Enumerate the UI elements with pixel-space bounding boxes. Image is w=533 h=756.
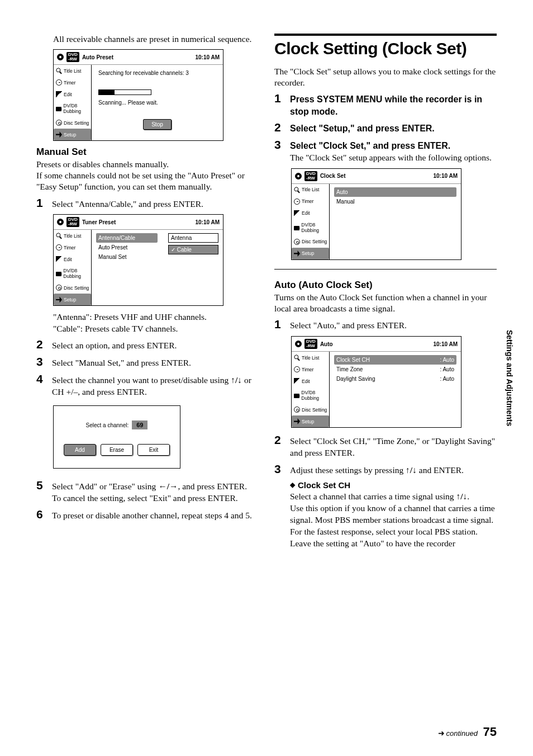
sidebar-item-label: Edit bbox=[302, 210, 310, 216]
clock-set-ch-heading: Clock Set CH bbox=[290, 480, 497, 491]
menu-row: Time Zone: Auto bbox=[334, 365, 456, 374]
disc-icon bbox=[295, 173, 302, 179]
ui-sidebar: Title List Timer Edit DV/D8 Dubbing Disc… bbox=[54, 230, 92, 305]
magnify-icon bbox=[56, 233, 62, 239]
up-down-icon: ↑/↓ bbox=[231, 375, 242, 385]
exit-button: Exit bbox=[137, 444, 170, 456]
page-title: Clock Setting (Clock Set) bbox=[274, 34, 497, 58]
sidebar-item-label: Setup bbox=[302, 251, 314, 256]
select-channel-dialog: Select a channel:69 Add Erase Exit bbox=[53, 405, 180, 469]
magnify-icon bbox=[294, 355, 300, 361]
sidebar-item-label: Setup bbox=[64, 297, 76, 303]
clock-set-intro: The "Clock Set" setup allows you to make… bbox=[274, 66, 497, 88]
pencil-icon bbox=[294, 378, 300, 384]
auto-screenshot: DVD-RWAuto 10:10 AM Title List Timer Edi… bbox=[291, 336, 461, 428]
step-text: Select "Clock Set," and press ENTER. The… bbox=[290, 140, 497, 164]
step-number: 3 bbox=[36, 355, 46, 368]
ui-clock: 10:10 AM bbox=[195, 219, 220, 225]
step-number: 4 bbox=[36, 372, 46, 386]
searching-text: Searching for receivable channels: 3 bbox=[96, 68, 218, 78]
menu-row: Clock Set CH: Auto bbox=[334, 355, 456, 365]
step-text: Select "Auto," and press ENTER. bbox=[290, 320, 497, 332]
menu-row: Antenna/Cable bbox=[96, 233, 158, 243]
clock-icon bbox=[294, 366, 300, 372]
step-number: 3 bbox=[274, 462, 284, 476]
magnify-icon bbox=[56, 68, 62, 74]
auto-preset-screenshot: DVD-RWAuto Preset 10:10 AM Title List Ti… bbox=[53, 49, 223, 141]
step-text: Select "Antenna/Cable," and press ENTER. bbox=[52, 199, 259, 210]
disc-setting-icon bbox=[294, 239, 300, 245]
arrow-right-icon bbox=[438, 729, 446, 738]
step-number: 1 bbox=[36, 196, 46, 210]
up-down-icon: ↑/↓ bbox=[456, 492, 467, 501]
divider bbox=[274, 269, 497, 270]
camera-icon bbox=[294, 394, 299, 398]
ui-clock: 10:10 AM bbox=[195, 54, 220, 60]
camera-icon bbox=[56, 272, 61, 276]
menu-row: Auto bbox=[334, 187, 456, 197]
step-text: To preset or disable another channel, re… bbox=[52, 510, 259, 522]
step-number: 1 bbox=[274, 318, 284, 331]
pencil-icon bbox=[294, 210, 300, 216]
step-text: Select "Setup," and press ENTER. bbox=[290, 122, 497, 135]
sidebar-item-label: Timer bbox=[64, 245, 75, 251]
disc-setting-icon bbox=[56, 285, 62, 291]
sidebar-item-label: DV/D8 Dubbing bbox=[63, 103, 89, 114]
disc-icon bbox=[57, 54, 64, 60]
channel-number: 69 bbox=[132, 420, 147, 429]
erase-button: Erase bbox=[101, 444, 133, 456]
step-number: 3 bbox=[274, 138, 284, 152]
camera-icon bbox=[294, 226, 299, 230]
sidebar-item-label: DV/D8 Dubbing bbox=[301, 222, 327, 233]
toolbox-icon bbox=[56, 131, 62, 138]
step-number: 2 bbox=[274, 121, 284, 134]
sidebar-item-label: Timer bbox=[302, 199, 313, 204]
up-down-icon: ↑/↓ bbox=[406, 465, 417, 475]
sidebar-item-label: DV/D8 Dubbing bbox=[301, 390, 327, 401]
ui-title: Auto bbox=[320, 341, 333, 347]
tuner-preset-screenshot: DVD-RWTuner Preset 10:10 AM Title List T… bbox=[53, 214, 223, 306]
toolbox-icon bbox=[56, 296, 62, 303]
magnify-icon bbox=[294, 187, 300, 193]
intro-text: All receivable channels are preset in nu… bbox=[53, 34, 259, 45]
step-number: 1 bbox=[274, 92, 284, 105]
disc-icon bbox=[295, 341, 302, 347]
dvd-rw-badge: DVD-RW bbox=[66, 217, 79, 227]
dvd-rw-badge: DVD-RW bbox=[66, 52, 79, 62]
sidebar-item-label: Title List bbox=[64, 233, 81, 239]
sidebar-item-label: Disc Setting bbox=[302, 407, 327, 413]
auto-clock-heading: Auto (Auto Clock Set) bbox=[274, 280, 497, 291]
menu-row: Manual bbox=[334, 197, 456, 206]
step-text: Select "Clock Set CH," "Time Zone," or "… bbox=[290, 436, 497, 459]
step-text: Select the channel you want to preset/di… bbox=[52, 375, 259, 398]
ui-title: Tuner Preset bbox=[82, 219, 116, 225]
dvd-rw-badge: DVD-RW bbox=[304, 171, 317, 181]
sidebar-item-label: Title List bbox=[302, 355, 319, 361]
dvd-rw-badge: DVD-RW bbox=[304, 339, 317, 349]
cable-option: Cable bbox=[168, 245, 218, 254]
progress-bar bbox=[98, 89, 151, 95]
add-button: Add bbox=[64, 444, 96, 456]
manual-set-heading: Manual Set bbox=[36, 147, 259, 158]
pencil-icon bbox=[56, 91, 62, 97]
note-antenna: "Antenna": Presets VHF and UHF channels. bbox=[53, 311, 259, 323]
ui-sidebar: Title List Timer Edit DV/D8 Dubbing Disc… bbox=[54, 65, 92, 140]
step-text: Select an option, and press ENTER. bbox=[52, 340, 259, 352]
sidebar-item-label: Edit bbox=[64, 92, 72, 97]
step-text: Press SYSTEM MENU while the recorder is … bbox=[290, 93, 497, 117]
left-right-icon: ←/→ bbox=[158, 481, 178, 491]
manual-set-p1: Presets or disables channels manually. bbox=[36, 159, 259, 170]
sidebar-item-label: Edit bbox=[302, 379, 310, 384]
toolbox-icon bbox=[294, 251, 300, 257]
step-text: Select "Manual Set," and press ENTER. bbox=[52, 357, 259, 369]
ui-title: Clock Set bbox=[320, 173, 346, 179]
ui-clock: 10:10 AM bbox=[433, 173, 458, 179]
ui-sidebar: Title List Timer Edit DV/D8 Dubbing Disc… bbox=[292, 184, 330, 259]
sidebar-item-label: Timer bbox=[302, 367, 313, 372]
clock-icon bbox=[56, 244, 62, 251]
ui-clock: 10:10 AM bbox=[433, 341, 458, 347]
sidebar-item-label: Edit bbox=[64, 257, 72, 262]
step-number: 6 bbox=[36, 508, 46, 521]
scanning-text: Scanning... Please wait. bbox=[96, 98, 218, 107]
sidebar-item-label: Timer bbox=[64, 80, 75, 86]
